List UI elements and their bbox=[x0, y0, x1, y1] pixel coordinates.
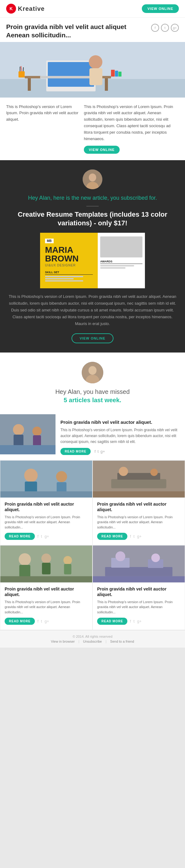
resume-mb-badge: MB bbox=[45, 239, 54, 243]
svg-rect-12 bbox=[118, 72, 121, 76]
article-card-2-twitter[interactable]: t bbox=[134, 534, 135, 539]
resume-job-title: UI&UX DESIGNER bbox=[45, 264, 93, 267]
footer-send-to-friend[interactable]: Send to a friend bbox=[110, 640, 134, 643]
article-card-3-body: This is Photoshop's version of Lorem Ips… bbox=[5, 599, 88, 615]
article-card-2-read-more[interactable]: READ MORE bbox=[97, 533, 127, 540]
resume-left-panel: MB MARIA BROWN UI&UX DESIGNER SKILL SET bbox=[40, 233, 98, 288]
hero-title: Proin gravida nibh vel velit auct alique… bbox=[6, 23, 149, 39]
article-card-2-content: Proin gravida nibh vel velit auctor aliq… bbox=[93, 498, 185, 530]
featured-facebook-icon[interactable]: f bbox=[95, 449, 96, 454]
article-card-2-gplus[interactable]: g+ bbox=[137, 534, 142, 539]
article-card-3-facebook[interactable]: f bbox=[37, 619, 39, 623]
intro-two-col: This is Photoshop's version of Lorem Ips… bbox=[0, 97, 185, 160]
article-card-4-facebook[interactable]: f bbox=[130, 619, 131, 623]
resume-awards-title: AWARDS bbox=[100, 260, 143, 264]
featured-social-icons: f t g+ bbox=[95, 449, 105, 454]
dark-section: Hey Alan, here is the new article, you s… bbox=[0, 160, 185, 352]
article-card-3-footer: READ MORE f t g+ bbox=[0, 618, 92, 625]
svg-point-54 bbox=[151, 554, 160, 562]
svg-point-38 bbox=[119, 467, 128, 476]
dark-divider bbox=[86, 206, 99, 207]
article-card-1-body: This is Photoshop's version of Lorem Ips… bbox=[5, 515, 88, 530]
hero-illustration bbox=[0, 42, 185, 97]
footer-divider-2: | bbox=[106, 640, 106, 643]
article-card-4-twitter[interactable]: t bbox=[134, 619, 135, 623]
svg-point-21 bbox=[88, 366, 97, 375]
article-card-3-gplus[interactable]: g+ bbox=[44, 619, 49, 623]
article-card-1-content: Proin gravida nibh vel velit auctor aliq… bbox=[0, 498, 92, 530]
featured-gplus-icon[interactable]: g+ bbox=[101, 449, 105, 454]
article-card-2-body: This is Photoshop's version of Lorem Ips… bbox=[97, 515, 180, 530]
footer-links: View in browser | Unsubscribe | Send to … bbox=[6, 640, 179, 643]
svg-rect-40 bbox=[93, 491, 185, 498]
svg-rect-50 bbox=[105, 567, 173, 576]
dark-view-online-button[interactable]: VIEW ONLINE bbox=[72, 333, 113, 343]
svg-point-32 bbox=[56, 471, 67, 482]
header: K Kreative VIEW ONLINE bbox=[0, 0, 185, 18]
svg-point-52 bbox=[116, 551, 125, 561]
resume-skill-line-1 bbox=[45, 276, 83, 277]
article-card-3-read-more[interactable]: READ MORE bbox=[5, 618, 35, 625]
svg-rect-45 bbox=[42, 563, 50, 575]
article-card-4-read-more[interactable]: READ MORE bbox=[97, 618, 127, 625]
header-view-online-button[interactable]: VIEW ONLINE bbox=[142, 4, 179, 13]
article-card-3-title: Proin gravida nibh vel velit auctor aliq… bbox=[5, 586, 88, 597]
svg-point-42 bbox=[19, 553, 31, 565]
article-card-1-twitter[interactable]: t bbox=[41, 534, 42, 539]
facebook-icon[interactable]: f bbox=[151, 24, 159, 32]
resume-photo bbox=[100, 237, 143, 257]
svg-rect-34 bbox=[0, 491, 92, 498]
footer-divider-1: | bbox=[78, 640, 79, 643]
googleplus-icon[interactable]: g+ bbox=[171, 24, 179, 32]
footer-copyright: © 2014. All rights reserved bbox=[6, 634, 179, 638]
svg-rect-55 bbox=[93, 576, 185, 583]
svg-rect-9 bbox=[89, 68, 102, 85]
featured-twitter-icon[interactable]: t bbox=[98, 449, 99, 454]
svg-rect-47 bbox=[64, 564, 72, 575]
svg-rect-6 bbox=[48, 62, 94, 87]
article-card-2-facebook[interactable]: f bbox=[130, 534, 131, 539]
article-card-1-gplus[interactable]: g+ bbox=[44, 534, 49, 539]
footer: © 2014. All rights reserved View in brow… bbox=[0, 630, 185, 648]
article-grid: Proin gravida nibh vel velit auctor aliq… bbox=[0, 460, 185, 630]
dark-greeting: Hey Alan, here is the new article, you s… bbox=[6, 194, 179, 202]
article-card-1-read-more[interactable]: READ MORE bbox=[5, 533, 35, 540]
featured-read-more-button[interactable]: READ MORE bbox=[61, 448, 91, 455]
intro-view-online-button[interactable]: VIEW ONLINE bbox=[84, 146, 120, 154]
article-card-3-twitter[interactable]: t bbox=[41, 619, 42, 623]
hero-image bbox=[0, 42, 185, 97]
svg-point-26 bbox=[32, 427, 42, 436]
article-card-4-title: Proin gravida nibh vel velit auctor aliq… bbox=[97, 586, 180, 597]
article-card-3: Proin gravida nibh vel velit auctor aliq… bbox=[0, 545, 92, 630]
article-card-1-footer: READ MORE f t g+ bbox=[0, 533, 92, 540]
resume-award-line-1 bbox=[100, 265, 134, 267]
article-card-1-image bbox=[0, 461, 92, 498]
missed-avatar bbox=[82, 362, 103, 383]
featured-article-title: Proin gravida nibh vel velit auctor aliq… bbox=[61, 419, 180, 425]
intro-right-text: This is Photoshop's version of Lorem Ips… bbox=[84, 104, 179, 142]
article-card-4-content: Proin gravida nibh vel velit auctor aliq… bbox=[93, 583, 185, 615]
resume-award-line-2 bbox=[100, 267, 125, 269]
featured-article-image bbox=[0, 414, 56, 454]
intro-col-left: This is Photoshop's version of Lorem Ips… bbox=[6, 104, 84, 154]
dark-body-text: This is Photoshop's version of Lorem Ips… bbox=[6, 293, 179, 327]
svg-rect-48 bbox=[0, 576, 92, 583]
hero-title-row: Proin gravida nibh vel velit auct alique… bbox=[0, 18, 185, 42]
twitter-icon[interactable]: t bbox=[161, 24, 169, 32]
article-card-3-content: Proin gravida nibh vel velit auctor aliq… bbox=[0, 583, 92, 615]
article-card-4-gplus[interactable]: g+ bbox=[137, 619, 142, 623]
article-card-1-title: Proin gravida nibh vel velit auctor aliq… bbox=[5, 501, 88, 513]
resume-skill-line-2 bbox=[45, 278, 74, 279]
article-card-4-footer: READ MORE f t g+ bbox=[93, 618, 185, 625]
article-card-4: Proin gravida nibh vel velit auctor aliq… bbox=[92, 545, 185, 630]
article-card-4-body: This is Photoshop's version of Lorem Ips… bbox=[97, 599, 180, 615]
svg-line-16 bbox=[23, 67, 24, 71]
footer-view-browser[interactable]: View in browser bbox=[51, 640, 75, 643]
article-card-3-image bbox=[0, 546, 92, 583]
svg-rect-3 bbox=[28, 79, 31, 91]
footer-unsubscribe[interactable]: Unsubscribe bbox=[83, 640, 102, 643]
missed-greeting: Hey Alan, you have missed bbox=[6, 388, 179, 395]
article-card-1-facebook[interactable]: f bbox=[37, 534, 39, 539]
svg-point-18 bbox=[89, 174, 96, 182]
dark-avatar bbox=[83, 169, 102, 189]
